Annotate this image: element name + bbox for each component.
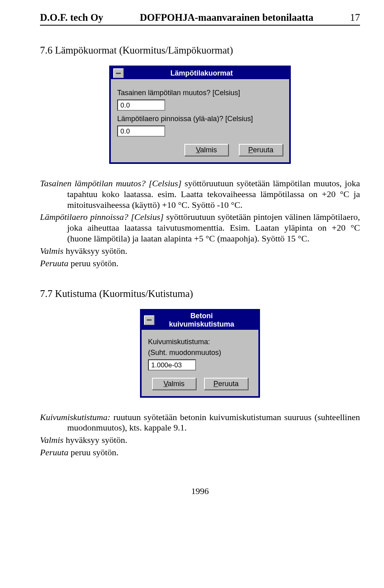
footer-year: 1996 — [40, 486, 360, 496]
peruuta-button[interactable]: Peruuta — [239, 144, 283, 156]
term-peruuta: Peruuta — [40, 447, 68, 457]
dialog-titlebar: Betoni kuivumiskutistuma — [142, 311, 258, 330]
system-menu-icon[interactable] — [113, 68, 124, 78]
valmis-button[interactable]: Valmis — [152, 378, 196, 390]
para-valmis-desc: Valmis hyväksyy syötön. — [40, 246, 360, 257]
system-menu-icon[interactable] — [144, 315, 154, 325]
input-kuivumiskutistuma[interactable]: 1.000e-03 — [148, 359, 196, 371]
para-tasainen-desc: Tasainen lämpötilan muutos? [Celsius] sy… — [40, 178, 360, 210]
para-peruuta-desc-2: Peruuta peruu syötön. — [40, 447, 360, 458]
peruuta-button[interactable]: Peruuta — [204, 378, 248, 390]
header-company: D.O.F. tech Oy — [40, 12, 103, 23]
para-peruuta-desc: Peruuta peruu syötön. — [40, 258, 360, 269]
para-valmis-desc-2: Valmis hyväksyy syötön. — [40, 435, 360, 446]
dialog-titlebar: Lämpötilakuormat — [111, 67, 289, 79]
dialog-kuivumiskutistuma: Betoni kuivumiskutistuma Kuivumiskutistu… — [140, 309, 260, 398]
input-lampotilaero[interactable]: 0.0 — [117, 126, 165, 137]
page-header: D.O.F. tech Oy DOFPOHJA-maanvarainen bet… — [40, 12, 360, 26]
term-lampotilaero: Lämpötilaero pinnoissa? [Celsius] — [40, 212, 164, 222]
para-kuivumis-desc: Kuivumiskutistuma: ruutuun syötetään bet… — [40, 412, 360, 434]
input-tasainen-lampotila[interactable]: 0.0 — [117, 100, 165, 111]
dialog-title: Lämpötilakuormat — [127, 69, 287, 78]
dialog-title: Betoni kuivumiskutistuma — [158, 312, 256, 329]
term-valmis: Valmis — [40, 435, 64, 445]
header-title: DOFPOHJA-maanvarainen betonilaatta — [140, 12, 314, 23]
term-kuivumis: Kuivumiskutistuma: — [40, 412, 110, 422]
para-lampotilaero-desc: Lämpötilaero pinnoissa? [Celsius] syöttö… — [40, 212, 360, 244]
dialog-lampotilakuormat: Lämpötilakuormat Tasainen lämpötilan muu… — [109, 66, 291, 164]
field-label-kuivumis-2: (Suht. muodonmuutos) — [148, 349, 252, 357]
section-7-6-heading: 7.6 Lämpökuormat (Kuormitus/Lämpökuormat… — [40, 45, 360, 56]
field-label-kuivumis-1: Kuivumiskutistuma: — [148, 338, 252, 346]
valmis-button[interactable]: Valmis — [184, 144, 228, 156]
section-7-7-heading: 7.7 Kutistuma (Kuormitus/Kutistuma) — [40, 288, 360, 299]
field-label-tasainen: Tasainen lämpötilan muutos? [Celsius] — [117, 89, 283, 97]
header-page-number: 17 — [350, 12, 360, 23]
term-tasainen: Tasainen lämpötilan muutos? [Celsius] — [40, 178, 182, 188]
term-peruuta: Peruuta — [40, 258, 68, 268]
field-label-lampotilaero: Lämpötilaero pinnoissa (ylä-ala)? [Celsi… — [117, 115, 283, 123]
term-valmis: Valmis — [40, 246, 64, 256]
